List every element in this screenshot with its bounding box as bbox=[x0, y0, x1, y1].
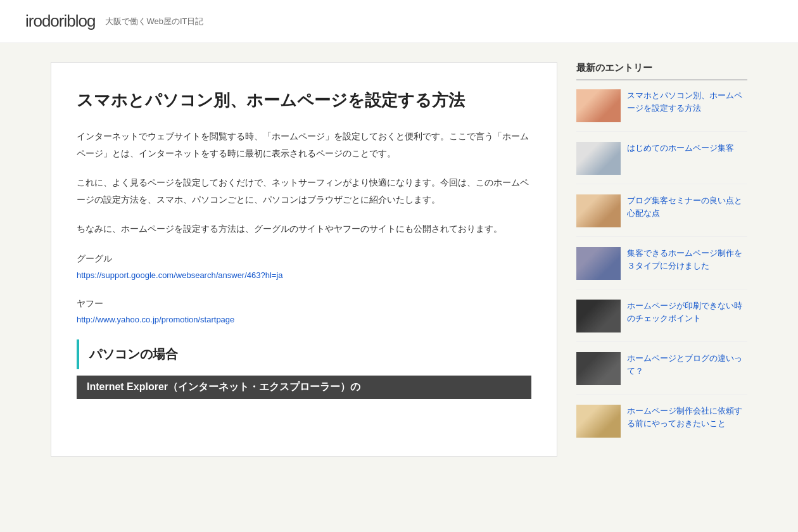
site-logo[interactable]: irodoriblog bbox=[25, 11, 95, 31]
google-link[interactable]: https://support.google.com/websearch/ans… bbox=[77, 270, 283, 280]
sidebar-entry: はじめてのホームページ集客 bbox=[576, 142, 747, 184]
article-content: スマホとパソコン別、ホームページを設定する方法 インターネットでウェブサイトを閲… bbox=[51, 62, 557, 457]
sidebar-entry-text[interactable]: スマホとパソコン別、ホームページを設定する方法 bbox=[627, 89, 747, 114]
article-intro-2: これに、よく見るページを設定しておくだけで、ネットサーフィンがより快適になります… bbox=[77, 174, 531, 208]
sidebar-entries: スマホとパソコン別、ホームページを設定する方法はじめてのホームページ集客ブログ集… bbox=[576, 89, 747, 446]
sidebar-thumb bbox=[576, 300, 621, 332]
header: irodoriblog 大阪で働くWeb屋のIT日記 bbox=[0, 0, 798, 43]
yahoo-link[interactable]: http://www.yahoo.co.jp/promotion/startpa… bbox=[77, 315, 234, 324]
yahoo-label: ヤフー bbox=[77, 295, 531, 312]
sidebar-entry: 集客できるホームページ制作を３タイプに分けました bbox=[576, 247, 747, 289]
logo-suffix: blog bbox=[66, 11, 95, 30]
section-pc-heading: パソコンの場合 bbox=[77, 339, 531, 369]
intro-text-3: ちなみに、ホームページを設定する方法は、グーグルのサイトやヤフーのサイトにも公開… bbox=[77, 224, 502, 234]
article-intro-1: インターネットでウェブサイトを閲覧する時、「ホームページ」を設定しておくと便利で… bbox=[77, 128, 531, 162]
main-wrapper: スマホとパソコン別、ホームページを設定する方法 インターネットでウェブサイトを閲… bbox=[38, 62, 760, 457]
sidebar: 最新のエントリー スマホとパソコン別、ホームページを設定する方法はじめてのホーム… bbox=[576, 62, 747, 457]
sidebar-entry-text[interactable]: 集客できるホームページ制作を３タイプに分けました bbox=[627, 247, 747, 272]
sidebar-entry: ブログ集客セミナーの良い点と心配な点 bbox=[576, 194, 747, 237]
sidebar-thumb bbox=[576, 142, 621, 175]
sidebar-title: 最新のエントリー bbox=[576, 62, 747, 80]
intro-text-2: これに、よく見るページを設定しておくだけで、ネットサーフィンがより快適になります… bbox=[77, 177, 529, 205]
sidebar-entry-text[interactable]: ホームページ制作会社に依頼する前にやっておきたいこと bbox=[627, 405, 747, 429]
sidebar-entry-text[interactable]: はじめてのホームページ集客 bbox=[627, 142, 734, 155]
sidebar-thumb bbox=[576, 89, 621, 122]
sidebar-entry-text[interactable]: ブログ集客セミナーの良い点と心配な点 bbox=[627, 194, 747, 219]
site-tagline: 大阪で働くWeb屋のIT日記 bbox=[105, 16, 203, 27]
article-intro-3: ちなみに、ホームページを設定する方法は、グーグルのサイトやヤフーのサイトにも公開… bbox=[77, 220, 531, 238]
sidebar-thumb bbox=[576, 405, 621, 438]
sidebar-entry: ホームページが印刷できない時のチェックポイント bbox=[576, 300, 747, 342]
sidebar-thumb bbox=[576, 247, 621, 280]
yahoo-link-block: ヤフー http://www.yahoo.co.jp/promotion/sta… bbox=[77, 295, 531, 325]
sidebar-thumb bbox=[576, 194, 621, 227]
subsection-ie-heading: Internet Explorer（インターネット・エクスプローラー）の bbox=[77, 376, 531, 399]
sidebar-entry-text[interactable]: ホームページとブログの違いって？ bbox=[627, 352, 747, 377]
sidebar-entry-text[interactable]: ホームページが印刷できない時のチェックポイント bbox=[627, 300, 747, 324]
sidebar-entry: ホームページとブログの違いって？ bbox=[576, 352, 747, 395]
google-label: グーグル bbox=[77, 250, 531, 267]
logo-brand: irodori bbox=[25, 11, 66, 30]
sidebar-entry: ホームページ制作会社に依頼する前にやっておきたいこと bbox=[576, 405, 747, 446]
intro-text-1: インターネットでウェブサイトを閲覧する時、「ホームページ」を設定しておくと便利で… bbox=[77, 131, 529, 158]
sidebar-entry: スマホとパソコン別、ホームページを設定する方法 bbox=[576, 89, 747, 132]
article-title: スマホとパソコン別、ホームページを設定する方法 bbox=[77, 88, 531, 113]
sidebar-thumb bbox=[576, 352, 621, 385]
google-link-block: グーグル https://support.google.com/websearc… bbox=[77, 250, 531, 280]
